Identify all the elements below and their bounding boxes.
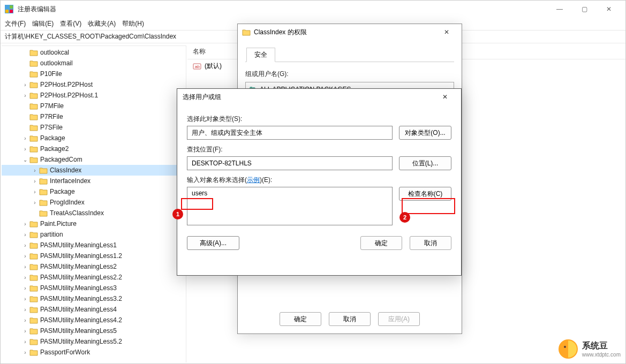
chevron-right-icon[interactable]: ›	[21, 135, 29, 141]
chevron-down-icon[interactable]: ⌄	[21, 157, 29, 163]
chevron-right-icon[interactable]: ›	[21, 339, 29, 345]
folder-icon	[29, 124, 38, 131]
chevron-right-icon[interactable]: ›	[21, 242, 29, 248]
chevron-right-icon[interactable]: ›	[21, 264, 29, 270]
folder-icon	[242, 28, 251, 36]
select-close-button[interactable]: ✕	[434, 89, 456, 105]
tree-item-label: PASMUtility.MeaningLess5	[40, 327, 117, 335]
tree-item[interactable]: ›ProgIdIndex	[2, 197, 186, 208]
object-types-button[interactable]: 对象类型(O)...	[399, 126, 451, 140]
svg-point-10	[564, 346, 566, 348]
tree-item[interactable]: P7MFile	[2, 101, 186, 111]
tree-item-label: PASMUtility.MeaningLess1	[40, 241, 117, 249]
tree-item[interactable]: outlookmail	[2, 58, 186, 69]
tree-item-label: outlookcal	[40, 49, 69, 56]
tree-item[interactable]: ›PASMUtility.MeaningLess4	[2, 304, 186, 315]
menu-file[interactable]: 文件(F)	[5, 19, 26, 28]
chevron-right-icon[interactable]: ›	[21, 82, 29, 88]
chevron-right-icon[interactable]: ›	[21, 221, 29, 227]
chevron-right-icon[interactable]: ›	[31, 178, 39, 184]
tree-item[interactable]: ›Package2	[2, 143, 186, 154]
tree-item-label: PASMUtility.MeaningLess5.2	[40, 338, 122, 345]
folder-icon	[29, 316, 38, 324]
chevron-right-icon[interactable]: ›	[31, 200, 39, 206]
folder-icon	[29, 241, 38, 249]
close-button[interactable]: ✕	[597, 1, 621, 18]
tree-item[interactable]: ›PASMUtility.MeaningLess3	[2, 283, 186, 293]
perm-close-button[interactable]: ✕	[436, 24, 457, 40]
tree-item[interactable]: ›PASMUtility.MeaningLess1	[2, 240, 186, 251]
locations-button[interactable]: 位置(L)...	[399, 156, 451, 170]
folder-icon	[29, 274, 38, 281]
tree-item-label: PassportForWork	[40, 348, 90, 356]
example-link[interactable]: 示例	[247, 176, 260, 184]
perm-ok-button[interactable]: 确定	[280, 312, 321, 326]
tree-item[interactable]: ›InterfaceIndex	[2, 176, 186, 186]
perm-apply-button[interactable]: 应用(A)	[378, 312, 420, 326]
chevron-right-icon[interactable]: ›	[21, 275, 29, 280]
tree-item[interactable]: ›Package	[2, 186, 186, 197]
chevron-right-icon[interactable]: ›	[31, 168, 39, 173]
tree-item[interactable]: ›PASMUtility.MeaningLess2.2	[2, 272, 186, 283]
tree-item[interactable]: outlookcal	[2, 47, 186, 58]
tree-item[interactable]: ›PASMUtility.MeaningLess1.2	[2, 251, 186, 261]
minimize-button[interactable]: ―	[547, 1, 572, 18]
tree-item[interactable]: P7RFile	[2, 111, 186, 122]
tree-item[interactable]: ›PassportForWork	[2, 347, 186, 358]
chevron-right-icon[interactable]: ›	[21, 296, 29, 302]
tree-item[interactable]: ›Package	[2, 133, 186, 143]
tree-item[interactable]: ›PASMUtility.MeaningLess5	[2, 325, 186, 336]
chevron-right-icon[interactable]: ›	[21, 232, 29, 238]
tree-item[interactable]: ›P2PHost.P2PHost.1	[2, 90, 186, 101]
menu-favorites[interactable]: 收藏夹(A)	[88, 19, 116, 28]
tree-item-label: ProgIdIndex	[50, 199, 85, 206]
tree-item[interactable]: ›P2PHost.P2PHost	[2, 79, 186, 90]
tree-item-label: P2PHost.P2PHost	[40, 81, 93, 88]
select-ok-button[interactable]: 确定	[360, 236, 402, 250]
perm-tab-strip: 安全	[245, 48, 454, 62]
chevron-right-icon[interactable]: ›	[21, 350, 29, 355]
tree-item-label: P7RFile	[40, 113, 63, 120]
folder-icon	[29, 338, 38, 345]
chevron-right-icon[interactable]: ›	[21, 253, 29, 259]
tree-item-label: outlookmail	[40, 59, 73, 67]
tree-item[interactable]: ›ClassIndex	[2, 165, 186, 176]
menu-edit[interactable]: 编辑(E)	[32, 19, 54, 28]
maximize-button[interactable]: ▢	[572, 1, 597, 18]
svg-rect-2	[5, 10, 9, 13]
tree-item[interactable]: ›partition	[2, 229, 186, 240]
advanced-button[interactable]: 高级(A)...	[187, 236, 239, 250]
tree-item[interactable]: ›PASMUtility.MeaningLess4.2	[2, 315, 186, 325]
tree-item[interactable]: P7SFile	[2, 122, 186, 133]
tree-item-label: PASMUtility.MeaningLess2	[40, 263, 117, 270]
folder-icon	[29, 263, 38, 270]
tree-panel[interactable]: outlookcaloutlookmailP10File›P2PHost.P2P…	[2, 46, 186, 362]
tree-item[interactable]: ›PASMUtility.MeaningLess5.2	[2, 336, 186, 347]
menu-view[interactable]: 查看(V)	[60, 19, 81, 28]
chevron-right-icon[interactable]: ›	[21, 285, 29, 291]
perm-cancel-button[interactable]: 取消	[329, 312, 371, 326]
tab-security[interactable]: 安全	[246, 48, 275, 62]
label-object-type: 选择此对象类型(S):	[187, 115, 451, 124]
tree-item[interactable]: ⌄PackagedCom	[2, 154, 186, 165]
check-names-button[interactable]: 检查名称(C)	[399, 187, 451, 201]
menu-help[interactable]: 帮助(H)	[122, 19, 144, 28]
tree-item[interactable]: ›PASMUtility.MeaningLess2	[2, 261, 186, 272]
tree-item-label: Package	[50, 188, 75, 195]
select-cancel-button[interactable]: 取消	[410, 236, 451, 250]
chevron-right-icon[interactable]: ›	[21, 328, 29, 334]
chevron-right-icon[interactable]: ›	[21, 93, 29, 98]
chevron-right-icon[interactable]: ›	[21, 317, 29, 323]
svg-text:ab: ab	[195, 64, 200, 69]
chevron-right-icon[interactable]: ›	[21, 146, 29, 152]
select-user-dialog: 选择用户或组 ✕ 选择此对象类型(S): 用户、组或内置安全主体 对象类型(O)…	[177, 88, 462, 276]
folder-icon	[29, 306, 38, 313]
tree-item-label: PASMUtility.MeaningLess1.2	[40, 252, 122, 260]
tree-item[interactable]: ›PASMUtility.MeaningLess3.2	[2, 293, 186, 304]
object-names-input[interactable]: users	[187, 187, 393, 225]
chevron-right-icon[interactable]: ›	[21, 307, 29, 313]
tree-item[interactable]: ›Paint.Picture	[2, 218, 186, 229]
chevron-right-icon[interactable]: ›	[31, 189, 39, 195]
tree-item[interactable]: P10File	[2, 69, 186, 79]
tree-item[interactable]: TreatAsClassIndex	[2, 208, 186, 218]
